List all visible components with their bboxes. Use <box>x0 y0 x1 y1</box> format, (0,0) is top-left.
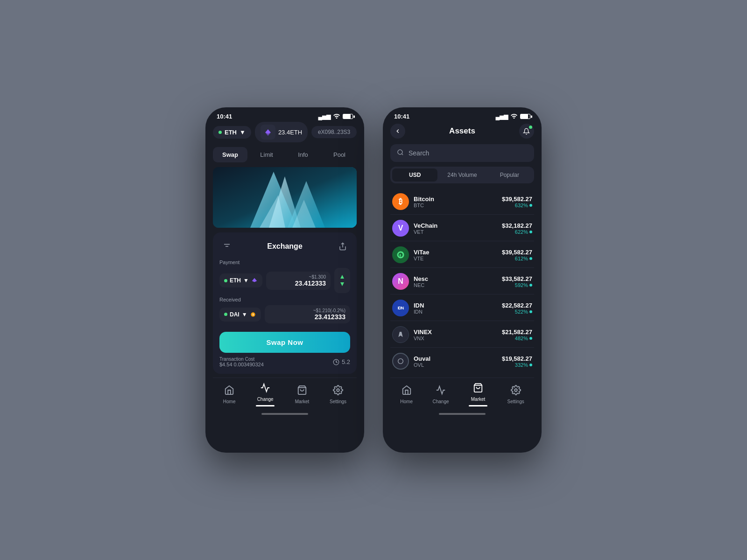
asset-price-vnx: $21,582.27 <box>502 329 532 336</box>
asset-symbol-btc: BTC <box>414 203 502 208</box>
swap-now-button[interactable]: Swap Now <box>219 332 350 353</box>
payment-row: ETH ▼ ~$1.300 23.412333 <box>219 268 350 293</box>
asset-symbol-vte: VTE <box>414 256 502 261</box>
asset-name-vte: ViTae <box>414 249 502 256</box>
share-icon-btn[interactable] <box>335 239 350 254</box>
eth-amount-badge: 23.4ETH <box>255 122 308 142</box>
bottom-nav-right: Home Change Market Settings <box>390 378 534 410</box>
wifi-icon <box>333 113 340 120</box>
market-icon-right <box>473 383 483 395</box>
payment-usd: ~$1.300 <box>271 274 326 280</box>
payment-amount-box: ~$1.300 23.412333 <box>266 272 331 290</box>
status-time-left: 10:41 <box>217 113 232 120</box>
asset-price-col-idn: $22,582.27 522% <box>502 302 532 315</box>
asset-symbol-ovl: OVL <box>414 362 502 368</box>
asset-symbol-idn: IDN <box>414 309 502 315</box>
settings-icon-left <box>333 385 343 398</box>
market-icon-left <box>297 385 307 398</box>
exchange-title: Exchange <box>267 242 303 251</box>
filter-volume[interactable]: 24h Volume <box>439 168 485 182</box>
asset-price-ovl: $19,582.27 <box>502 355 532 362</box>
asset-name-vnx: VINEX <box>414 329 502 336</box>
search-placeholder: Search <box>409 149 429 157</box>
nav-change-right[interactable]: Change <box>432 385 449 404</box>
asset-price-col-btc: $39,582.27 632% <box>502 196 532 208</box>
right-phone: 10:41 ▄▅▆ Assets <box>383 107 542 453</box>
status-icons-left: ▄▅▆ <box>318 113 353 120</box>
nav-change-left[interactable]: Change <box>256 383 275 406</box>
status-icons-right: ▄▅▆ <box>495 113 530 120</box>
signal-icon-right: ▄▅▆ <box>495 113 508 120</box>
nav-home-right[interactable]: Home <box>400 385 413 404</box>
eth-selector[interactable]: ETH ▼ <box>213 126 251 139</box>
asset-item-vte[interactable]: ViTae VTE $39,582.27 612% <box>390 242 534 268</box>
asset-info-vet: VeChain VET <box>414 222 502 235</box>
received-amount: 23.412333 <box>269 313 345 321</box>
nav-market-label-left: Market <box>295 399 310 404</box>
nav-market-right[interactable]: Market <box>469 383 487 406</box>
asset-info-vnx: VINEX VNX <box>414 329 502 341</box>
asset-price-idn: $22,582.27 <box>502 302 532 309</box>
asset-info-idn: IDN IDN <box>414 302 502 315</box>
asset-name-vet: VeChain <box>414 222 502 229</box>
tab-swap[interactable]: Swap <box>213 147 247 162</box>
change-icon-right <box>436 385 446 398</box>
received-amount-box: ~$1.210(-0.2%) 23.412333 <box>265 305 350 323</box>
filter-popular[interactable]: Popular <box>487 168 532 182</box>
asset-info-nec: Nesc NEC <box>414 275 502 288</box>
tab-limit[interactable]: Limit <box>249 147 284 162</box>
filter-tabs: USD 24h Volume Popular <box>390 167 534 183</box>
svg-point-20 <box>398 359 403 364</box>
search-bar[interactable]: Search <box>390 144 534 162</box>
received-label: Received <box>219 297 350 302</box>
dropdown-icon: ▼ <box>240 129 246 136</box>
asset-item-nec[interactable]: N Nesc NEC $33,582.27 592% <box>390 269 534 294</box>
status-bar-right: 10:41 ▄▅▆ <box>383 107 542 122</box>
tab-pool[interactable]: Pool <box>322 147 357 162</box>
tx-cost-label: Transaction Cost <box>219 357 264 362</box>
asset-icon-nec: N <box>392 273 409 290</box>
filter-usd[interactable]: USD <box>392 168 437 182</box>
nav-settings-right[interactable]: Settings <box>507 385 524 404</box>
received-usd: ~$1.210(-0.2%) <box>269 308 345 313</box>
asset-item-idn[interactable]: IDN IDN IDN $22,582.27 522% <box>390 295 534 321</box>
asset-item-vnx[interactable]: VINEX VNX $21,582.27 482% <box>390 322 534 348</box>
asset-item-ovl[interactable]: Ouval OVL $19,582.27 332% <box>390 349 534 374</box>
svg-point-22 <box>514 389 517 392</box>
filter-icon-btn[interactable] <box>219 239 234 254</box>
asset-symbol-nec: NEC <box>414 282 502 288</box>
asset-icon-vte <box>392 246 409 263</box>
asset-item-btc[interactable]: ₿ Bitcoin BTC $39,582.27 632% <box>390 189 534 215</box>
assets-header: Assets <box>390 122 534 144</box>
nav-home-left[interactable]: Home <box>223 385 236 404</box>
payment-dot <box>224 279 227 282</box>
asset-info-btc: Bitcoin BTC <box>414 196 502 208</box>
asset-change-idn: 522% <box>502 309 532 315</box>
received-row: DAI ▼ $ ~$1.210(-0.2%) 23.412333 <box>219 305 350 323</box>
back-button[interactable] <box>390 124 405 139</box>
change-icon-left <box>260 383 270 395</box>
payment-label: Payment <box>219 259 350 265</box>
notification-button[interactable] <box>519 124 534 139</box>
nav-market-left[interactable]: Market <box>295 385 310 404</box>
nav-home-label-right: Home <box>400 399 413 404</box>
status-bar-left: 10:41 ▄▅▆ <box>205 107 364 122</box>
hero-image <box>213 167 357 228</box>
asset-symbol-vet: VET <box>414 229 502 235</box>
received-token-selector[interactable]: DAI ▼ $ <box>219 308 261 322</box>
home-icon-left <box>224 385 234 398</box>
asset-price-nec: $33,582.27 <box>502 275 532 282</box>
top-bar: ETH ▼ 23.4ETH eX098..23S3 <box>213 122 357 142</box>
assets-title: Assets <box>449 126 475 136</box>
nav-indicator-right <box>469 405 487 406</box>
payment-token-selector[interactable]: ETH ▼ <box>219 273 262 287</box>
wallet-address[interactable]: eX098..23S3 <box>311 126 357 138</box>
settings-icon-right <box>511 385 521 398</box>
swap-direction-btn[interactable] <box>334 268 350 293</box>
tab-info[interactable]: Info <box>286 147 320 162</box>
asset-icon-vet: V <box>392 220 409 237</box>
gas-badge: 5.2 <box>333 358 350 365</box>
nav-settings-left[interactable]: Settings <box>330 385 346 404</box>
asset-item-vet[interactable]: V VeChain VET $32,182.27 622% <box>390 216 534 241</box>
payment-amount: 23.412333 <box>271 280 326 287</box>
